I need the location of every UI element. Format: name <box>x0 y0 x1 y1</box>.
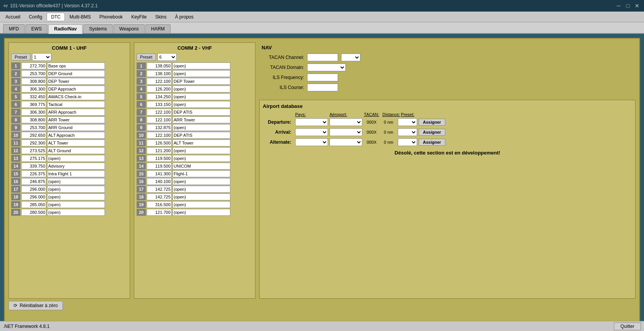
name-input-15[interactable] <box>172 170 230 177</box>
name-input-8[interactable] <box>47 116 105 123</box>
freq-input-13[interactable] <box>147 155 172 162</box>
name-input-11[interactable] <box>47 139 105 146</box>
name-input-16[interactable] <box>47 178 105 185</box>
freq-input-15[interactable] <box>21 170 46 177</box>
name-input-14[interactable] <box>172 163 230 170</box>
freq-input-19[interactable] <box>21 201 46 208</box>
name-input-9[interactable] <box>172 124 230 131</box>
name-input-3[interactable] <box>172 78 230 85</box>
freq-input-4[interactable] <box>21 86 46 92</box>
freq-input-10[interactable] <box>147 132 172 139</box>
tacan-domain-select[interactable] <box>307 64 346 71</box>
name-input-5[interactable] <box>47 93 105 100</box>
freq-input-2[interactable] <box>21 70 46 77</box>
ils-course-input[interactable] <box>307 84 338 91</box>
comm1-preset-select[interactable]: 123 <box>32 53 51 61</box>
departure-assign-button[interactable]: Assigner <box>419 119 445 126</box>
name-input-12[interactable] <box>172 147 230 154</box>
name-input-7[interactable] <box>172 109 230 116</box>
name-input-17[interactable] <box>47 186 105 193</box>
freq-input-2[interactable] <box>147 70 172 77</box>
tab-mfd[interactable]: MFD <box>3 24 25 33</box>
menu-phonebook[interactable]: Phonebook <box>95 13 127 21</box>
freq-input-4[interactable] <box>147 86 172 92</box>
freq-input-9[interactable] <box>147 124 172 131</box>
name-input-16[interactable] <box>172 178 230 185</box>
name-input-7[interactable] <box>47 109 105 116</box>
freq-input-3[interactable] <box>147 78 172 85</box>
freq-input-11[interactable] <box>147 139 172 146</box>
name-input-20[interactable] <box>47 209 105 216</box>
name-input-2[interactable] <box>172 70 230 77</box>
name-input-2[interactable] <box>47 70 105 77</box>
name-input-13[interactable] <box>172 155 230 162</box>
menu-apropos[interactable]: À propos <box>171 13 197 21</box>
freq-input-1[interactable] <box>147 62 172 69</box>
tab-systems[interactable]: Systems <box>83 24 113 33</box>
freq-input-20[interactable] <box>147 209 172 216</box>
freq-input-13[interactable] <box>21 155 46 162</box>
name-input-14[interactable] <box>47 163 105 170</box>
close-icon[interactable]: ✕ <box>633 2 641 10</box>
freq-input-5[interactable] <box>147 93 172 100</box>
freq-input-16[interactable] <box>21 178 46 185</box>
ils-freq-input[interactable] <box>307 74 338 81</box>
name-input-13[interactable] <box>47 155 105 162</box>
menu-keyfile[interactable]: KeyFile <box>127 13 150 21</box>
departure-pays-select[interactable] <box>295 118 328 126</box>
comm2-preset-button[interactable]: Preset <box>137 54 156 60</box>
name-input-15[interactable] <box>47 170 105 177</box>
name-input-8[interactable] <box>172 116 230 123</box>
menu-dtc[interactable]: DTC <box>47 13 65 21</box>
departure-preset-select[interactable] <box>398 118 417 126</box>
tab-harm[interactable]: HARM <box>145 24 171 33</box>
name-input-20[interactable] <box>172 209 230 216</box>
menu-accueil[interactable]: Accueil <box>2 13 24 21</box>
freq-input-19[interactable] <box>147 201 172 208</box>
freq-input-12[interactable] <box>21 147 46 154</box>
minimize-icon[interactable]: ─ <box>615 2 622 10</box>
restore-icon[interactable]: □ <box>624 2 632 10</box>
name-input-10[interactable] <box>47 132 105 139</box>
freq-input-16[interactable] <box>147 178 172 185</box>
name-input-5[interactable] <box>172 93 230 100</box>
menu-multibms[interactable]: Multi-BMS <box>66 13 95 21</box>
arrival-preset-select[interactable] <box>398 128 417 136</box>
freq-input-3[interactable] <box>21 78 46 85</box>
quit-button[interactable]: Quitter <box>614 323 641 330</box>
freq-input-6[interactable] <box>21 101 46 108</box>
freq-input-1[interactable] <box>21 62 46 69</box>
alternate-assign-button[interactable]: Assigner <box>419 139 445 146</box>
name-input-1[interactable] <box>47 62 105 69</box>
reset-button[interactable]: ⟳ Réinitialiser à zéro <box>8 301 63 310</box>
alternate-pays-select[interactable] <box>295 138 328 146</box>
name-input-11[interactable] <box>172 139 230 146</box>
name-input-18[interactable] <box>172 193 230 200</box>
name-input-12[interactable] <box>47 147 105 154</box>
freq-input-18[interactable] <box>21 193 46 200</box>
name-input-10[interactable] <box>172 132 230 139</box>
name-input-4[interactable] <box>172 86 230 92</box>
freq-input-12[interactable] <box>147 147 172 154</box>
tacan-channel-dropdown[interactable] <box>341 54 360 61</box>
name-input-17[interactable] <box>172 186 230 193</box>
tab-weapons[interactable]: Weapons <box>113 24 144 33</box>
freq-input-18[interactable] <box>147 193 172 200</box>
menu-config[interactable]: Config <box>25 13 46 21</box>
freq-input-11[interactable] <box>21 139 46 146</box>
freq-input-14[interactable] <box>147 163 172 170</box>
freq-input-9[interactable] <box>21 124 46 131</box>
freq-input-7[interactable] <box>147 109 172 116</box>
name-input-6[interactable] <box>172 101 230 108</box>
name-input-1[interactable] <box>172 62 230 69</box>
tab-radionav[interactable]: Radio/Nav <box>48 24 83 34</box>
name-input-19[interactable] <box>172 201 230 208</box>
name-input-9[interactable] <box>47 124 105 131</box>
comm1-preset-button[interactable]: Preset <box>11 54 30 60</box>
freq-input-20[interactable] <box>21 209 46 216</box>
freq-input-17[interactable] <box>147 186 172 193</box>
freq-input-5[interactable] <box>21 93 46 100</box>
freq-input-17[interactable] <box>21 186 46 193</box>
menu-skins[interactable]: Skins <box>151 13 170 21</box>
name-input-3[interactable] <box>47 78 105 85</box>
